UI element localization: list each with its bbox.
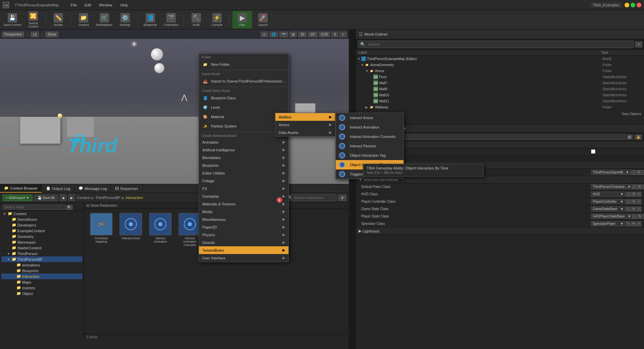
- search-options-button[interactable]: +: [635, 42, 642, 47]
- cm-twistedbytes[interactable]: TwistedBytes ▶: [199, 246, 288, 254]
- vp-4[interactable]: 4: [331, 32, 338, 37]
- cm-interact-passive-sub[interactable]: Interact Passive: [336, 141, 404, 151]
- vp-scale[interactable]: 0.25: [319, 32, 330, 37]
- content-button[interactable]: 📁 Content: [74, 11, 93, 29]
- build-button[interactable]: 🔨 Build: [186, 11, 206, 29]
- pawn-reset-btn[interactable]: ↻: [637, 185, 642, 189]
- cm-actors[interactable]: Actors ▶: [275, 121, 335, 129]
- ps-use-btn[interactable]: ←: [632, 214, 637, 219]
- hud-use-btn[interactable]: ←: [626, 192, 631, 197]
- expand-icon-2[interactable]: ▼: [365, 69, 369, 73]
- outliner-item-root[interactable]: ▼ 🌐 ThirdPersonExampleMap (Editor) World: [356, 56, 644, 62]
- cm-interact-active-sub[interactable]: Interact Active: [336, 113, 404, 122]
- vp-angle[interactable]: 10°: [308, 32, 318, 37]
- cm-data-assets[interactable]: Data Assets ▶: [275, 129, 335, 136]
- folder-demoroom[interactable]: 📁 DemoRoom: [1, 216, 82, 222]
- hud-add-btn[interactable]: +: [637, 192, 641, 197]
- cm-blendables[interactable]: Blendables ▶: [199, 154, 288, 161]
- content-settings-btn[interactable]: ⚙: [338, 195, 346, 201]
- gamemode-use-selected-btn[interactable]: ←: [631, 170, 636, 175]
- cm-interact-animation-sub[interactable]: Interact Animation: [336, 122, 404, 132]
- lit-button[interactable]: Lit: [31, 32, 39, 37]
- folder-maps[interactable]: 📁 Maps: [1, 279, 82, 285]
- expand-icon-walkway[interactable]: ▶: [365, 105, 369, 109]
- pc-add-btn[interactable]: +: [637, 199, 641, 204]
- expand-icon-1[interactable]: ▼: [361, 63, 365, 67]
- add-import-button[interactable]: + Add/Import ▼: [3, 195, 33, 201]
- cm-editor-utilities[interactable]: Editor Utilities ▶: [199, 169, 288, 177]
- outliner-item-arena[interactable]: ▼ 📁 Arena Folder: [356, 68, 644, 74]
- precompute-checkbox[interactable]: [591, 149, 595, 154]
- tab-sequencer[interactable]: 🎞 Sequencer: [111, 184, 142, 193]
- settings-button[interactable]: ⚙️ Settings: [115, 11, 135, 29]
- folder-meshes[interactable]: 📁 meshes: [1, 285, 82, 291]
- spec-add-btn[interactable]: +: [637, 221, 641, 226]
- maximize-button[interactable]: [631, 3, 635, 7]
- outliner-item-wall11[interactable]: SM Wall11 StaticMeshActor: [356, 98, 644, 104]
- cm-physics[interactable]: Physics ▶: [199, 231, 288, 239]
- cm-miscellaneous[interactable]: Miscellaneous ▶: [199, 215, 288, 223]
- content-item-interact-active[interactable]: InteractActive: [117, 213, 144, 247]
- cm-user-interface[interactable]: User Interface ▶: [199, 254, 288, 262]
- cm-new-folder[interactable]: 📁 New Folder: [199, 60, 288, 69]
- cm-media[interactable]: Media ▶: [199, 208, 288, 215]
- folder-object[interactable]: 📁 Object: [1, 291, 82, 296]
- view-options-label[interactable]: View Options: [622, 112, 641, 116]
- search-paths-input[interactable]: [3, 205, 65, 210]
- folder-startercontent[interactable]: 📁 StarterContent: [1, 245, 82, 251]
- folder-examplecontent[interactable]: 📁 ExampleContent: [1, 228, 82, 234]
- minimize-button[interactable]: [625, 3, 629, 7]
- cm-materials-textures[interactable]: Materials & Textures ▶: [199, 200, 288, 208]
- outliner-item-wall10[interactable]: SM Wall10 StaticMeshActor: [356, 92, 644, 98]
- outliner-item-arena-geo[interactable]: ▼ 📁 ArenaGeometry Folder: [356, 62, 644, 68]
- cm-level[interactable]: 🌍 Level: [199, 103, 288, 112]
- menu-window[interactable]: Window: [98, 2, 114, 8]
- compile-button[interactable]: ⚡ Compile: [207, 11, 227, 29]
- outliner-item-walkway[interactable]: ▶ 📁 Walkway Folder: [356, 104, 644, 110]
- gs-add-btn[interactable]: +: [637, 207, 641, 211]
- modes-button[interactable]: ✏️ Modes: [49, 11, 68, 29]
- folder-thirdpersonbp[interactable]: ▼ 📁 ThirdPersonBP: [1, 256, 82, 262]
- viewport[interactable]: Perspective | Lit | Show ⊙ 🌐 📷 ⊞ 10 10° …: [0, 30, 349, 184]
- cm-abilities[interactable]: Abilities ▶: [275, 113, 335, 121]
- nav-forward-button[interactable]: ▶: [68, 194, 75, 201]
- vp-grid-size[interactable]: 10: [298, 32, 307, 37]
- cm-interact-anim-cosmetic-sub[interactable]: Interact Animation Cosmetic: [336, 132, 404, 141]
- vp-maximize[interactable]: ⤢: [339, 32, 347, 37]
- folder-thirdperson[interactable]: ▼ 📁 ThirdPerson: [1, 251, 82, 256]
- gamemode-add-btn[interactable]: +: [642, 170, 644, 175]
- outliner-item-floor[interactable]: SM Floor StaticMeshActor: [356, 74, 644, 80]
- hud-reset-btn[interactable]: ↻: [631, 192, 636, 197]
- world-outliner-search-box[interactable]: 🔍: [358, 41, 634, 48]
- tab-message-log[interactable]: 💬 Message Log: [74, 184, 111, 193]
- gs-dropdown[interactable]: GameStateBase ▼: [591, 206, 625, 211]
- folder-content[interactable]: ▼ 📁 Content: [1, 211, 82, 216]
- ps-reset-btn[interactable]: ↻: [637, 214, 642, 219]
- menu-file[interactable]: File: [69, 2, 78, 8]
- menu-help[interactable]: Help: [119, 2, 129, 8]
- breadcrumb-thirdpersonbp[interactable]: ThirdPersonBP: [95, 196, 120, 200]
- cm-animation[interactable]: Animation ▶: [199, 138, 288, 146]
- spec-dropdown[interactable]: SpectatorPawn ▼: [591, 221, 625, 226]
- ps-add-btn[interactable]: +: [643, 214, 644, 219]
- search-paths-btn[interactable]: 🔍: [66, 205, 72, 210]
- nav-back-button[interactable]: ◀: [60, 194, 66, 201]
- folder-developers[interactable]: 📁 Developers: [1, 222, 82, 228]
- pc-dropdown[interactable]: PlayerController ▼: [591, 199, 625, 204]
- breadcrumb-content[interactable]: Content: [77, 196, 90, 200]
- content-search-input[interactable]: [294, 196, 334, 200]
- cm-ai[interactable]: Artificial Intelligence ▶: [199, 146, 288, 154]
- pc-use-btn[interactable]: ←: [626, 199, 631, 204]
- pc-reset-btn[interactable]: ↻: [631, 199, 636, 204]
- gs-use-btn[interactable]: ←: [626, 207, 631, 211]
- section-lightmass[interactable]: ▶ Lightmass: [356, 228, 644, 235]
- content-search-box[interactable]: 🔍: [285, 194, 336, 201]
- ps-dropdown[interactable]: GASPlayerStateBase... ▼: [591, 214, 631, 219]
- hud-dropdown[interactable]: HUD ▼: [591, 192, 625, 197]
- vp-icon-3[interactable]: 📷: [279, 32, 288, 37]
- close-button[interactable]: [637, 3, 641, 7]
- play-button[interactable]: ▶ Play: [232, 11, 252, 29]
- content-item-gasinput[interactable]: 🎮 GASInputMapping: [88, 213, 115, 247]
- folder-blueprints[interactable]: 📁 Blueprints: [1, 268, 82, 273]
- cm-sounds[interactable]: Sounds ▶: [199, 239, 288, 246]
